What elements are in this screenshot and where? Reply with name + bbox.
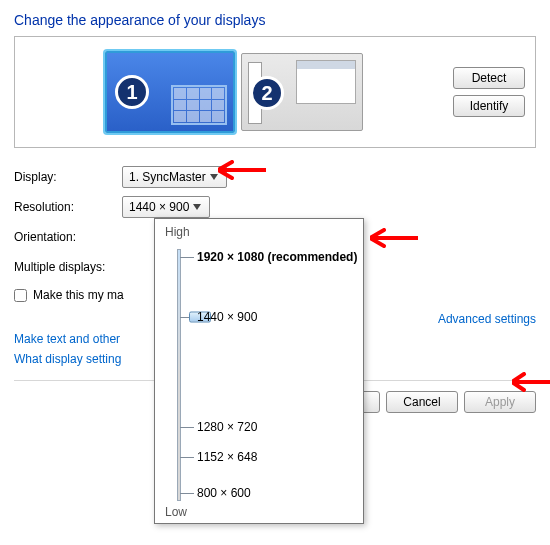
res-option-1152[interactable]: 1152 × 648 — [197, 450, 257, 464]
res-option-800[interactable]: 800 × 600 — [197, 486, 251, 500]
monitor-2[interactable]: 2 — [241, 53, 363, 131]
resolution-dropdown[interactable]: 1440 × 900 — [122, 196, 210, 218]
res-option-1440[interactable]: 1440 × 900 — [197, 310, 257, 324]
monitor-1[interactable]: 1 — [105, 51, 235, 133]
multiple-displays-label: Multiple displays: — [14, 260, 122, 274]
display-label: Display: — [14, 170, 122, 184]
display-dropdown[interactable]: 1. SyncMaster — [122, 166, 227, 188]
make-main-label: Make this my ma — [33, 288, 124, 302]
slider-low-label: Low — [165, 505, 187, 519]
display-dropdown-value: 1. SyncMaster — [129, 170, 206, 184]
calculator-icon — [171, 85, 227, 125]
cancel-button[interactable]: Cancel — [386, 391, 458, 413]
annotation-arrow-icon — [370, 228, 418, 248]
chevron-down-icon — [189, 199, 205, 215]
resolution-slider[interactable] — [177, 249, 181, 501]
monitor-2-badge: 2 — [250, 76, 284, 110]
advanced-settings-link[interactable]: Advanced settings — [438, 312, 536, 326]
detect-button[interactable]: Detect — [453, 67, 525, 89]
resolution-dropdown-value: 1440 × 900 — [129, 200, 189, 214]
slider-high-label: High — [165, 225, 353, 239]
identify-button[interactable]: Identify — [453, 95, 525, 117]
make-main-checkbox[interactable] — [14, 289, 27, 302]
annotation-arrow-icon — [218, 160, 266, 180]
apply-button[interactable]: Apply — [464, 391, 536, 413]
res-option-1920[interactable]: 1920 × 1080 (recommended) — [197, 250, 357, 264]
resolution-label: Resolution: — [14, 200, 122, 214]
page-title: Change the appearance of your displays — [0, 0, 550, 36]
annotation-arrow-icon — [512, 372, 550, 392]
orientation-label: Orientation: — [14, 230, 122, 244]
monitors-panel: 1 2 Detect Identify — [14, 36, 536, 148]
monitor-1-badge: 1 — [115, 75, 149, 109]
resolution-slider-popup[interactable]: High 1920 × 1080 (recommended) 1440 × 90… — [154, 218, 364, 524]
monitors-area[interactable]: 1 2 — [15, 43, 453, 141]
res-option-1280[interactable]: 1280 × 720 — [197, 420, 257, 434]
